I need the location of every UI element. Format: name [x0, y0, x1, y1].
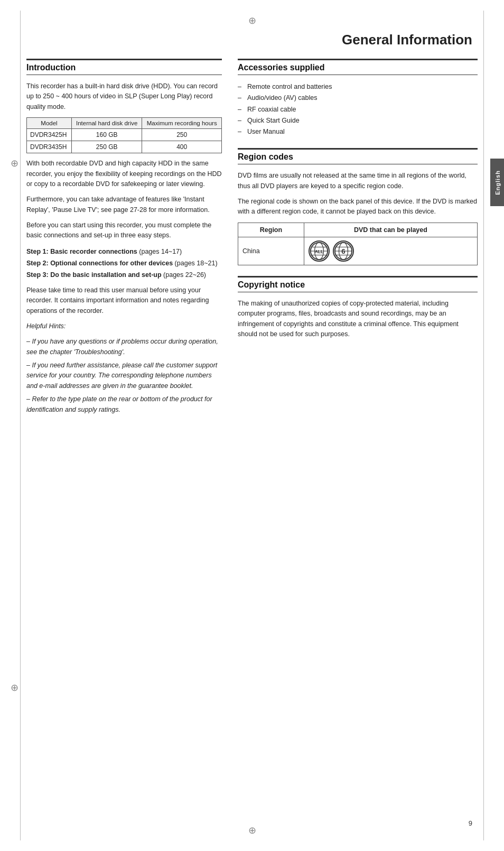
table-cell: 400: [142, 141, 222, 153]
introduction-body: This recorder has a built-in hard disk d…: [26, 81, 222, 415]
content-area: General Information Introduction This re…: [26, 32, 478, 418]
list-item: RF coaxial cable: [238, 104, 478, 115]
svg-text:ALL: ALL: [315, 249, 324, 254]
crosshair-top: [247, 16, 257, 25]
list-item: User Manual: [238, 126, 478, 137]
border-left: [20, 11, 21, 840]
introduction-header: Introduction: [26, 59, 222, 75]
table-header-hours: Maximum recording hours: [142, 118, 222, 129]
table-row: China: [238, 237, 478, 265]
steps-list: Step 1: Basic recorder connections (page…: [26, 246, 222, 280]
copyright-section: Copyright notice The making of unauthori…: [238, 276, 478, 340]
hints-title: Helpful Hints:: [26, 321, 222, 331]
right-column: Accessories supplied Remote control and …: [238, 59, 478, 339]
region-section: Region codes DVD films are usually not r…: [238, 148, 478, 265]
list-item: Step 3: Do the basic installation and se…: [26, 270, 222, 280]
step-label: Step 3: Do the basic installation and se…: [26, 271, 162, 279]
intro-paragraph-1: This recorder has a built-in hard disk d…: [26, 81, 222, 112]
language-tab: English: [490, 159, 504, 206]
hint-item: – If you have any questions or if proble…: [26, 337, 222, 357]
region-china-label: China: [238, 237, 304, 265]
accessories-heading: Accessories supplied: [238, 63, 478, 72]
page-title: General Information: [26, 32, 478, 48]
step-label: Step 1: Basic recorder connections: [26, 248, 137, 255]
list-item: Step 1: Basic recorder connections (page…: [26, 246, 222, 257]
region-paragraph-2: The regional code is shown on the back p…: [238, 197, 478, 217]
step-detail: (pages 18~21): [173, 260, 217, 267]
hints-body: – If you have any questions or if proble…: [26, 337, 222, 415]
two-column-layout: Introduction This recorder has a built-i…: [26, 59, 478, 418]
table-cell: 250: [142, 129, 222, 141]
table-header-hdd: Internal hard disk drive: [71, 118, 142, 129]
region-header: Region codes: [238, 148, 478, 164]
table-row: DVDR3425H160 GB250: [27, 129, 222, 141]
region-body: DVD films are usually not released at th…: [238, 171, 478, 265]
table-header-model: Model: [27, 118, 72, 129]
list-item: Audio/video (AV) cables: [238, 92, 478, 104]
region-paragraph-1: DVD films are usually not released at th…: [238, 171, 478, 191]
table-cell: 160 GB: [71, 129, 142, 141]
model-table: Model Internal hard disk drive Maximum r…: [26, 117, 222, 153]
svg-text:6: 6: [341, 247, 345, 255]
dvd-icons: ALL: [309, 240, 473, 262]
intro-paragraph-5: Please take time to read this user manua…: [26, 285, 222, 316]
copyright-body: The making of unauthorized copies of cop…: [238, 299, 478, 340]
region6-icon: 6: [333, 240, 354, 262]
intro-paragraph-3: Furthermore, you can take advantage of f…: [26, 195, 222, 215]
page-number: 9: [469, 819, 472, 827]
region-col2-header: DVD that can be played: [304, 223, 477, 237]
region-col1-header: Region: [238, 223, 304, 237]
page: English 9 General Information Introducti…: [0, 0, 504, 851]
region-table: Region DVD that can be played China: [238, 223, 478, 265]
copyright-heading: Copyright notice: [238, 280, 478, 290]
crosshair-left-lower: [10, 683, 19, 692]
accessories-list: Remote control and batteriesAudio/video …: [238, 81, 478, 137]
crosshair-left-upper: [10, 159, 19, 168]
hint-item: – If you need further assistance, please…: [26, 360, 222, 391]
copyright-paragraph: The making of unauthorized copies of cop…: [238, 299, 478, 340]
table-cell: DVDR3425H: [27, 129, 72, 141]
all-region-icon: ALL: [309, 240, 330, 262]
introduction-heading: Introduction: [26, 63, 222, 72]
step-detail: (pages 22~26): [162, 271, 206, 279]
list-item: Remote control and batteries: [238, 81, 478, 92]
table-cell: 250 GB: [71, 141, 142, 153]
step-label: Step 2: Optional connections for other d…: [26, 260, 173, 267]
hint-item: – Refer to the type plate on the rear or…: [26, 394, 222, 415]
language-tab-label: English: [494, 170, 501, 195]
table-row: DVDR3435H250 GB400: [27, 141, 222, 153]
step-detail: (pages 14~17): [137, 248, 182, 255]
region-heading: Region codes: [238, 152, 478, 162]
accessories-header: Accessories supplied: [238, 59, 478, 75]
table-cell: DVDR3435H: [27, 141, 72, 153]
list-item: Step 2: Optional connections for other d…: [26, 258, 222, 269]
border-right: [483, 11, 484, 840]
intro-paragraph-2: With both recordable DVD and high capaci…: [26, 159, 222, 189]
list-item: Quick Start Guide: [238, 115, 478, 126]
crosshair-bottom: [247, 826, 257, 835]
left-column: Introduction This recorder has a built-i…: [26, 59, 222, 418]
intro-paragraph-4: Before you can start using this recorder…: [26, 220, 222, 241]
copyright-header: Copyright notice: [238, 276, 478, 292]
